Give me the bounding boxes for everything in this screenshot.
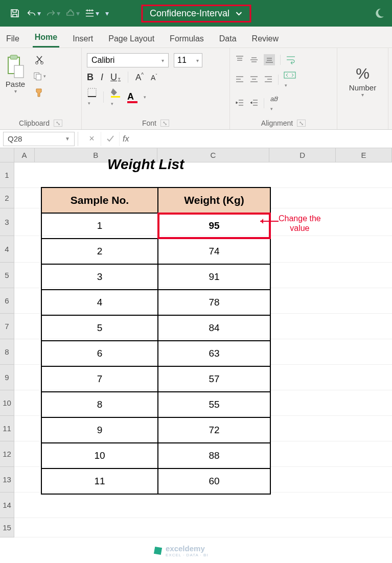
- cut-icon[interactable]: [33, 54, 46, 65]
- font-color-icon[interactable]: A: [127, 91, 137, 103]
- cell-sample[interactable]: 9: [41, 417, 158, 443]
- column-header[interactable]: E: [336, 148, 392, 162]
- align-right-icon[interactable]: [264, 75, 273, 84]
- cell[interactable]: [336, 208, 392, 236]
- font-name-select[interactable]: Calibri▾: [87, 53, 169, 67]
- bold-button[interactable]: B: [87, 72, 94, 83]
- redo-icon[interactable]: ▾: [46, 6, 61, 21]
- cell[interactable]: [336, 188, 392, 208]
- row-header[interactable]: 10: [0, 390, 14, 416]
- cancel-icon[interactable]: ×: [83, 132, 101, 146]
- dialog-launcher-icon[interactable]: ⤡: [297, 120, 306, 127]
- cell[interactable]: [35, 518, 157, 537]
- cell[interactable]: [14, 339, 35, 365]
- cell[interactable]: [14, 188, 35, 208]
- column-header[interactable]: D: [269, 148, 336, 162]
- cell[interactable]: [14, 518, 35, 537]
- cell[interactable]: [269, 441, 336, 467]
- cell-weight[interactable]: 72: [158, 417, 270, 443]
- fill-color-icon[interactable]: ▾: [110, 87, 121, 107]
- cell-sample[interactable]: 2: [41, 239, 158, 264]
- cell[interactable]: [157, 518, 270, 537]
- cell[interactable]: [336, 339, 392, 365]
- cell[interactable]: [336, 492, 392, 518]
- cell[interactable]: [336, 467, 392, 492]
- cell-sample[interactable]: 1: [41, 213, 158, 239]
- undo-icon[interactable]: ▾: [27, 6, 42, 21]
- select-all-corner[interactable]: [0, 148, 14, 162]
- row-header[interactable]: 12: [0, 441, 14, 467]
- row-header[interactable]: 7: [0, 314, 14, 339]
- row-header[interactable]: 11: [0, 416, 14, 441]
- wrap-text-icon[interactable]: [286, 55, 297, 64]
- dropdown-icon[interactable]: ▾: [105, 9, 109, 17]
- row-header[interactable]: 4: [0, 236, 14, 263]
- enter-icon[interactable]: [101, 132, 120, 146]
- touch-mode-icon[interactable]: ▾: [65, 6, 81, 21]
- dropdown-icon[interactable]: ▼: [65, 136, 70, 142]
- cell[interactable]: [269, 188, 336, 208]
- row-header[interactable]: 5: [0, 263, 14, 288]
- cell[interactable]: [14, 467, 35, 492]
- cell[interactable]: [269, 236, 336, 263]
- row-header[interactable]: 3: [0, 208, 14, 236]
- cell[interactable]: [269, 314, 336, 339]
- formula-input[interactable]: [132, 132, 392, 146]
- cell[interactable]: [35, 492, 157, 518]
- cell-sample[interactable]: 7: [41, 366, 158, 392]
- cell-sample[interactable]: 6: [41, 341, 158, 366]
- cell[interactable]: [269, 339, 336, 365]
- cell[interactable]: [336, 518, 392, 537]
- tab-data[interactable]: Data: [217, 30, 239, 48]
- cell-weight[interactable]: 88: [158, 443, 270, 468]
- cell[interactable]: [336, 390, 392, 416]
- cell[interactable]: [269, 416, 336, 441]
- increase-indent-icon[interactable]: [249, 99, 259, 108]
- cell-weight[interactable]: 60: [158, 468, 270, 494]
- cell[interactable]: [269, 288, 336, 314]
- row-header[interactable]: 8: [0, 339, 14, 365]
- cell-weight[interactable]: 78: [158, 290, 270, 315]
- save-icon[interactable]: [7, 6, 22, 21]
- align-top-icon[interactable]: [235, 55, 244, 64]
- cell[interactable]: [269, 162, 336, 188]
- cell-weight[interactable]: 74: [158, 239, 270, 264]
- merge-center-icon[interactable]: ▾: [284, 71, 296, 89]
- row-header[interactable]: 9: [0, 365, 14, 390]
- cell[interactable]: [14, 314, 35, 339]
- cell-sample[interactable]: 5: [41, 315, 158, 341]
- dialog-launcher-icon[interactable]: ⤡: [54, 120, 62, 127]
- fx-icon[interactable]: fx: [123, 134, 129, 144]
- orientation-icon[interactable]: ab▾: [269, 94, 280, 112]
- percent-style-button[interactable]: % Number ▾: [349, 65, 376, 98]
- row-header[interactable]: 13: [0, 467, 14, 492]
- cell[interactable]: [336, 288, 392, 314]
- decrease-font-icon[interactable]: Aˇ: [151, 73, 157, 82]
- borders-grid-icon[interactable]: ▾: [85, 6, 100, 21]
- cell[interactable]: [336, 365, 392, 390]
- tab-formulas[interactable]: Formulas: [168, 30, 206, 48]
- align-center-icon[interactable]: [249, 75, 259, 84]
- row-header[interactable]: 14: [0, 492, 14, 518]
- cell[interactable]: [269, 518, 336, 537]
- dialog-launcher-icon[interactable]: ⤡: [160, 120, 169, 127]
- cell-weight[interactable]: 57: [158, 366, 270, 392]
- cell[interactable]: [269, 467, 336, 492]
- paste-button[interactable]: Paste ▾: [5, 53, 26, 94]
- name-box[interactable]: Q28 ▼: [3, 132, 75, 146]
- cell[interactable]: [336, 236, 392, 263]
- tab-page-layout[interactable]: Page Layout: [106, 30, 156, 48]
- tab-insert[interactable]: Insert: [71, 30, 95, 48]
- cell[interactable]: [14, 208, 35, 236]
- cell[interactable]: [14, 365, 35, 390]
- cell-weight[interactable]: 84: [158, 315, 270, 341]
- increase-font-icon[interactable]: A^: [135, 72, 144, 83]
- cell[interactable]: [269, 263, 336, 288]
- align-bottom-icon[interactable]: [264, 54, 275, 65]
- cell[interactable]: [336, 314, 392, 339]
- dropdown-icon[interactable]: ▾: [37, 9, 41, 17]
- cell[interactable]: [14, 390, 35, 416]
- underline-button[interactable]: U▾: [110, 72, 121, 83]
- row-header[interactable]: 1: [0, 162, 14, 188]
- cell[interactable]: [14, 263, 35, 288]
